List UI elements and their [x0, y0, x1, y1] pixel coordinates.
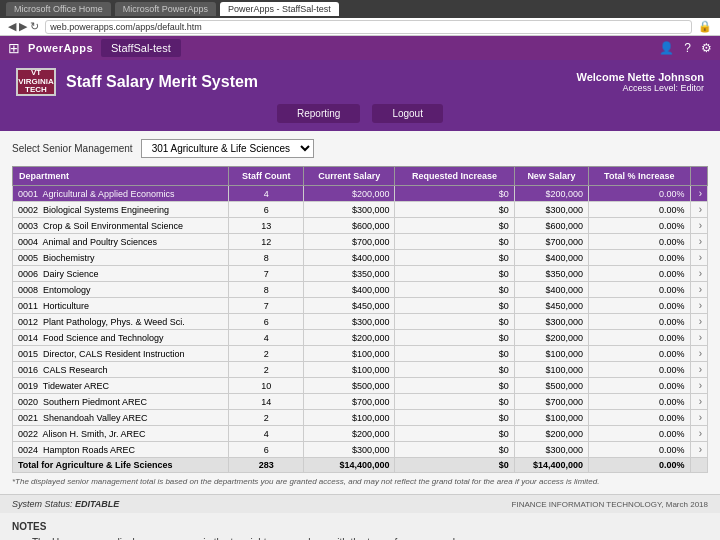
table-row[interactable]: 0012 Plant Pathology, Phys. & Weed Sci. … — [13, 314, 708, 330]
row-pct: 0.00% — [589, 362, 690, 378]
col-current: Current Salary — [304, 167, 395, 186]
row-count: 4 — [229, 330, 304, 346]
mgmt-selector: Select Senior Management 301 Agriculture… — [12, 139, 708, 158]
row-dept: 0001 Agricultural & Applied Economics — [13, 186, 229, 202]
header-left: VTVIRGINIATECH Staff Salary Merit System — [16, 68, 258, 96]
table-row[interactable]: 0006 Dairy Science 7 $350,000 $0 $350,00… — [13, 266, 708, 282]
row-current: $300,000 — [304, 314, 395, 330]
notes-title: NOTES — [12, 521, 708, 532]
table-row[interactable]: 0015 Director, CALS Resident Instruction… — [13, 346, 708, 362]
total-count: 283 — [229, 458, 304, 473]
row-dept: 0015 Director, CALS Resident Instruction — [13, 346, 229, 362]
row-chevron: › — [690, 202, 708, 218]
notes-section: NOTES The Home screen displays your name… — [0, 513, 720, 540]
help-icon[interactable]: ? — [684, 41, 691, 55]
row-pct: 0.00% — [589, 202, 690, 218]
row-requested: $0 — [395, 394, 514, 410]
row-count: 4 — [229, 426, 304, 442]
system-status: System Status: EDITABLE — [12, 499, 119, 509]
row-dept: 0003 Crop & Soil Environmental Science — [13, 218, 229, 234]
total-label: Total for Agriculture & Life Sciences — [13, 458, 229, 473]
row-pct: 0.00% — [589, 394, 690, 410]
table-row[interactable]: 0024 Hampton Roads AREC 6 $300,000 $0 $3… — [13, 442, 708, 458]
row-chevron: › — [690, 394, 708, 410]
browser-lock-icon: 🔒 — [698, 20, 712, 33]
row-chevron: › — [690, 442, 708, 458]
table-row[interactable]: 0021 Shenandoah Valley AREC 2 $100,000 $… — [13, 410, 708, 426]
mgmt-label: Select Senior Management — [12, 143, 133, 154]
row-pct: 0.00% — [589, 314, 690, 330]
row-current: $400,000 — [304, 282, 395, 298]
total-requested: $0 — [395, 458, 514, 473]
row-count: 7 — [229, 298, 304, 314]
table-row[interactable]: 0003 Crop & Soil Environmental Science 1… — [13, 218, 708, 234]
address-input[interactable] — [45, 20, 692, 34]
col-requested: Requested Increase — [395, 167, 514, 186]
reporting-button[interactable]: Reporting — [277, 104, 360, 123]
row-chevron: › — [690, 410, 708, 426]
row-new: $100,000 — [514, 362, 588, 378]
row-pct: 0.00% — [589, 234, 690, 250]
status-value: EDITABLE — [75, 499, 119, 509]
row-pct: 0.00% — [589, 218, 690, 234]
row-pct: 0.00% — [589, 298, 690, 314]
row-current: $100,000 — [304, 346, 395, 362]
row-pct: 0.00% — [589, 410, 690, 426]
col-count: Staff Count — [229, 167, 304, 186]
tab-staffsal[interactable]: PowerApps - StaffSal-test — [220, 2, 339, 16]
table-row[interactable]: 0020 Southern Piedmont AREC 14 $700,000 … — [13, 394, 708, 410]
mgmt-dropdown[interactable]: 301 Agriculture & Life Sciences — [141, 139, 314, 158]
row-new: $300,000 — [514, 202, 588, 218]
main-content: Select Senior Management 301 Agriculture… — [0, 131, 720, 494]
logout-button[interactable]: Logout — [372, 104, 443, 123]
row-count: 7 — [229, 266, 304, 282]
table-row[interactable]: 0019 Tidewater AREC 10 $500,000 $0 $500,… — [13, 378, 708, 394]
total-current: $14,400,000 — [304, 458, 395, 473]
table-row[interactable]: 0016 CALS Research 2 $100,000 $0 $100,00… — [13, 362, 708, 378]
row-count: 2 — [229, 410, 304, 426]
row-chevron: › — [690, 362, 708, 378]
row-current: $700,000 — [304, 394, 395, 410]
row-current: $300,000 — [304, 442, 395, 458]
col-dept: Department — [13, 167, 229, 186]
table-row[interactable]: 0011 Horticulture 7 $450,000 $0 $450,000… — [13, 298, 708, 314]
table-row[interactable]: 0022 Alison H. Smith, Jr. AREC 4 $200,00… — [13, 426, 708, 442]
row-new: $450,000 — [514, 298, 588, 314]
row-requested: $0 — [395, 346, 514, 362]
grid-icon[interactable]: ⊞ — [8, 40, 20, 56]
table-row[interactable]: 0014 Food Science and Technology 4 $200,… — [13, 330, 708, 346]
row-pct: 0.00% — [589, 346, 690, 362]
row-requested: $0 — [395, 298, 514, 314]
row-new: $100,000 — [514, 346, 588, 362]
access-level-text: Access Level: Editor — [576, 83, 704, 93]
row-dept: 0024 Hampton Roads AREC — [13, 442, 229, 458]
table-row[interactable]: 0008 Entomology 8 $400,000 $0 $400,000 0… — [13, 282, 708, 298]
table-row[interactable]: 0001 Agricultural & Applied Economics 4 … — [13, 186, 708, 202]
user-icon[interactable]: 👤 — [659, 41, 674, 55]
row-count: 8 — [229, 282, 304, 298]
row-chevron: › — [690, 298, 708, 314]
row-current: $100,000 — [304, 362, 395, 378]
row-count: 14 — [229, 394, 304, 410]
nav-icons: ◀ ▶ ↻ — [8, 20, 39, 33]
row-current: $500,000 — [304, 378, 395, 394]
tab-powerapps-main[interactable]: Microsoft PowerApps — [115, 2, 216, 16]
settings-icon[interactable]: ⚙ — [701, 41, 712, 55]
table-row[interactable]: 0004 Animal and Poultry Sciences 12 $700… — [13, 234, 708, 250]
row-dept: 0012 Plant Pathology, Phys. & Weed Sci. — [13, 314, 229, 330]
tab-office[interactable]: Microsoft Office Home — [6, 2, 111, 16]
row-new: $200,000 — [514, 186, 588, 202]
row-new: $500,000 — [514, 378, 588, 394]
row-count: 6 — [229, 314, 304, 330]
row-dept: 0005 Biochemistry — [13, 250, 229, 266]
row-current: $300,000 — [304, 202, 395, 218]
col-new: New Salary — [514, 167, 588, 186]
row-pct: 0.00% — [589, 426, 690, 442]
table-row[interactable]: 0002 Biological Systems Engineering 6 $3… — [13, 202, 708, 218]
row-chevron: › — [690, 186, 708, 202]
row-requested: $0 — [395, 266, 514, 282]
row-new: $400,000 — [514, 250, 588, 266]
dept-table: Department Staff Count Current Salary Re… — [12, 166, 708, 473]
row-current: $700,000 — [304, 234, 395, 250]
table-row[interactable]: 0005 Biochemistry 8 $400,000 $0 $400,000… — [13, 250, 708, 266]
